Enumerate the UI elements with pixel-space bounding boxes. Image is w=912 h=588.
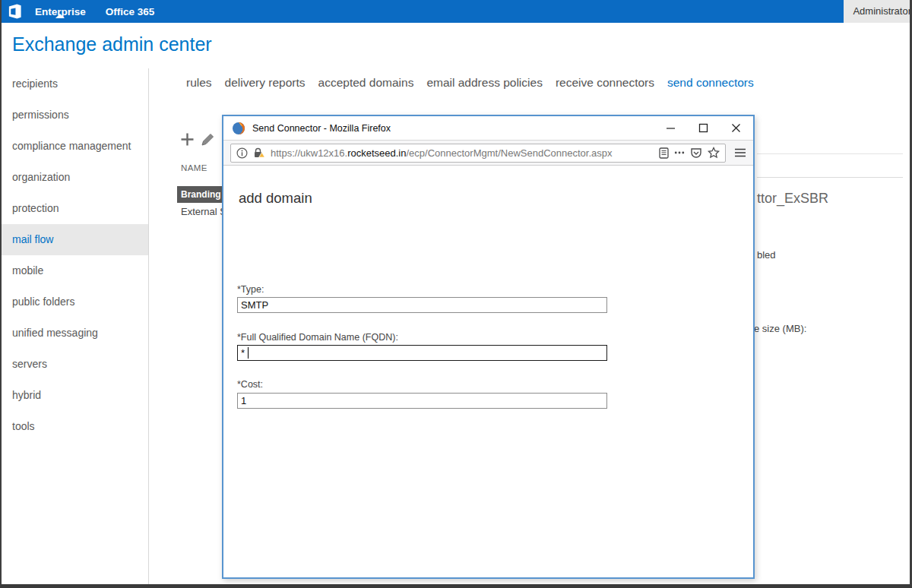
type-input[interactable] — [237, 297, 607, 313]
logged-in-user[interactable]: Administrator — [844, 0, 912, 23]
details-pane-divider-top — [757, 153, 903, 154]
sidebar-item-tools[interactable]: tools — [0, 411, 148, 442]
dialog-heading: add domain — [239, 190, 312, 207]
fqdn-input[interactable] — [237, 345, 607, 361]
firefox-window: Send Connector - Mozilla Firefox — [222, 115, 755, 579]
firefox-toolbar: https://ukw12x16.rocketseed.in/ecp/Conne… — [223, 140, 753, 166]
details-size-label-partial: e size (MB): — [754, 323, 806, 334]
page-actions-icon[interactable] — [674, 147, 685, 158]
list-column-header[interactable]: NAME — [181, 163, 207, 172]
reader-mode-icon[interactable] — [659, 147, 669, 159]
sidebar-item-unified-messaging[interactable]: unified messaging — [0, 318, 148, 349]
window-title: Send Connector - Mozilla Firefox — [252, 123, 665, 134]
sidebar-item-mail-flow[interactable]: mail flow — [0, 224, 148, 255]
tab-rules[interactable]: rules — [186, 76, 212, 90]
list-row-branding[interactable]: Branding — [177, 186, 225, 203]
sidebar-item-organization[interactable]: organization — [0, 162, 148, 193]
sidebar: recipients permissions compliance manage… — [0, 68, 149, 584]
url-host: rocketseed.in — [347, 147, 406, 159]
firefox-title-bar[interactable]: Send Connector - Mozilla Firefox — [223, 116, 753, 140]
topbar-tab-office365[interactable]: Office 365 — [106, 6, 155, 17]
mail-flow-tabs: rules delivery reports accepted domains … — [186, 76, 754, 90]
details-pane-divider — [757, 177, 903, 178]
sidebar-item-permissions[interactable]: permissions — [0, 100, 148, 131]
url-prefix: https://ukw12x16. — [271, 147, 347, 159]
active-tab-notch — [55, 14, 65, 18]
details-status-partial: bled — [757, 249, 776, 261]
exchange-admin-center-screen: Enterprise Office 365 Administrator Exch… — [0, 0, 912, 588]
mixed-content-lock-icon[interactable] — [253, 147, 265, 159]
tab-accepted-domains[interactable]: accepted domains — [318, 76, 414, 90]
text-cursor — [248, 347, 249, 359]
list-toolbar — [180, 132, 214, 147]
tab-receive-connectors[interactable]: receive connectors — [556, 76, 654, 90]
url-bar[interactable]: https://ukw12x16.rocketseed.in/ecp/Conne… — [230, 144, 726, 163]
close-button[interactable] — [730, 123, 741, 134]
add-domain-dialog: add domain *Type: *Full Qualified Domain… — [223, 166, 753, 577]
sidebar-item-protection[interactable]: protection — [0, 193, 148, 224]
page-title: Exchange admin center — [12, 33, 212, 55]
top-bar: Enterprise Office 365 — [0, 0, 844, 23]
sidebar-item-compliance-management[interactable]: compliance management — [0, 131, 148, 162]
url-path: /ecp/ConnectorMgmt/NewSendConnector.aspx — [407, 147, 613, 159]
site-info-icon[interactable] — [236, 147, 248, 159]
edit-pencil-icon[interactable] — [201, 133, 214, 147]
sidebar-item-hybrid[interactable]: hybrid — [0, 380, 148, 411]
firefox-logo-icon — [232, 122, 245, 135]
cost-field-wrap — [237, 393, 607, 409]
tab-delivery-reports[interactable]: delivery reports — [225, 76, 306, 90]
type-field-wrap — [237, 297, 607, 313]
type-label: *Type: — [237, 284, 264, 295]
maximize-button[interactable] — [698, 123, 708, 134]
cost-input[interactable] — [237, 393, 607, 409]
sidebar-item-mobile[interactable]: mobile — [0, 255, 148, 286]
details-connector-title-partial: ttor_ExSBR — [757, 191, 828, 207]
topbar-tab-office365-label: Office 365 — [106, 6, 155, 17]
pocket-icon[interactable] — [690, 147, 702, 159]
tab-email-address-policies[interactable]: email address policies — [426, 76, 543, 90]
cost-label: *Cost: — [237, 379, 263, 390]
sidebar-item-recipients[interactable]: recipients — [0, 68, 148, 100]
tab-send-connectors[interactable]: send connectors — [667, 76, 754, 90]
add-icon[interactable] — [180, 132, 195, 147]
minimize-button[interactable] — [665, 123, 676, 134]
url-text[interactable]: https://ukw12x16.rocketseed.in/ecp/Conne… — [271, 147, 654, 159]
bookmark-star-icon[interactable] — [708, 147, 720, 159]
fqdn-field-wrap — [237, 345, 607, 361]
sidebar-item-servers[interactable]: servers — [0, 349, 148, 380]
window-controls — [665, 123, 741, 134]
fqdn-label: *Full Qualified Domain Name (FQDN): — [237, 332, 398, 343]
sidebar-item-public-folders[interactable]: public folders — [0, 286, 148, 318]
office-logo-icon — [7, 3, 23, 20]
list-row-external[interactable]: External S — [181, 206, 226, 217]
hamburger-menu-icon[interactable] — [734, 147, 746, 158]
topbar-tab-enterprise[interactable]: Enterprise — [35, 6, 86, 17]
